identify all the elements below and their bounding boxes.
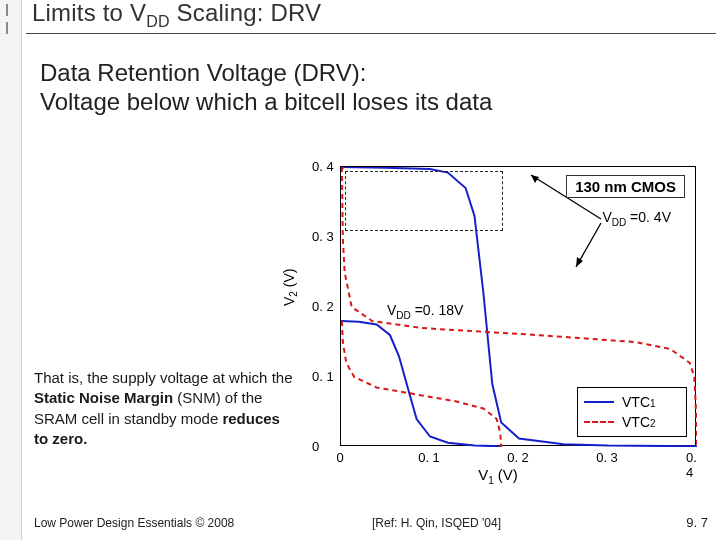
title-pre: Limits to V: [32, 0, 146, 26]
svg-point-0: [341, 167, 344, 170]
chart-area: V2 (V) 0 0. 1 0. 2 0. 3 0. 4 0 0. 1 0. 2…: [298, 166, 716, 484]
footer-reference: [Ref: H. Qin, ISQED '04]: [372, 516, 501, 530]
anno-vdd-low: VDD =0. 18V: [387, 302, 463, 321]
snm-box-hi: [345, 171, 503, 231]
tech-note: 130 nm CMOS: [566, 175, 685, 198]
svg-marker-4: [576, 257, 583, 267]
ytick: 0: [312, 439, 319, 454]
legend-swatch-dashed: [584, 421, 614, 423]
lead-text: Data Retention Voltage (DRV): Voltage be…: [26, 58, 716, 117]
legend-item: VTC1: [584, 392, 680, 412]
ytick: 0. 1: [312, 369, 334, 384]
side-explanation: That is, the supply voltage at which the…: [34, 368, 294, 449]
footer-copyright: Low Power Design Essentials © 2008: [34, 516, 234, 530]
x-axis-label: V1 (V): [478, 466, 518, 486]
footer-page: 9. 7: [686, 515, 708, 530]
xtick: 0. 1: [418, 450, 440, 465]
legend-swatch-solid: [584, 401, 614, 403]
ytick: 0. 2: [312, 299, 334, 314]
title-post: Scaling: DRV: [170, 0, 322, 26]
y-axis-label: V2 (V): [281, 269, 300, 306]
legend-item: VTC2: [584, 412, 680, 432]
ytick: 0. 4: [312, 159, 334, 174]
ytick: 0. 3: [312, 229, 334, 244]
xtick: 0. 3: [596, 450, 618, 465]
lead-line-1: Data Retention Voltage (DRV):: [40, 58, 716, 87]
content: Data Retention Voltage (DRV): Voltage be…: [26, 58, 716, 117]
page-title: Limits to VDD Scaling: DRV: [32, 0, 321, 31]
title-sub: DD: [146, 13, 170, 30]
slide-left-rail: [0, 0, 22, 540]
lead-line-2: Voltage below which a bitcell loses its …: [40, 87, 716, 116]
plot-frame: 130 nm CMOS VDD =0. 4V VDD =0. 18V VTC1 …: [340, 166, 696, 446]
legend: VTC1 VTC2: [577, 387, 687, 437]
xtick: 0. 4: [686, 450, 706, 480]
anno-vdd-high: VDD =0. 4V: [602, 209, 671, 228]
xtick: 0: [336, 450, 343, 465]
title-bar: Limits to VDD Scaling: DRV: [26, 0, 716, 34]
xtick: 0. 2: [507, 450, 529, 465]
